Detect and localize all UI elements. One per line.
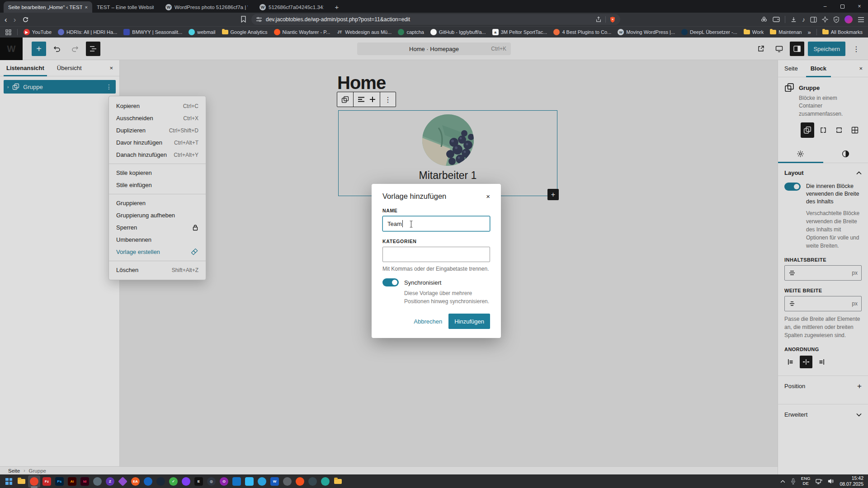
bookmark-favicon: [744, 29, 750, 35]
bookmark-item[interactable]: W Moving WordPress |...: [618, 29, 675, 35]
taskbar-app-icon[interactable]: [231, 475, 243, 488]
bookmark-item[interactable]: captcha: [398, 29, 424, 35]
taskbar-app-icon[interactable]: [3, 475, 15, 488]
bookmark-item[interactable]: webmail: [189, 29, 215, 35]
taskbar-app-icon[interactable]: E: [193, 475, 205, 488]
taskbar-app-icon[interactable]: [91, 475, 104, 488]
bookmark-item[interactable]: Niantic Wayfarer - P...: [274, 29, 330, 35]
url-text[interactable]: dev.jacobtobies.de/wp-admin/post.php?pos…: [266, 16, 592, 23]
app-glyph: [156, 477, 165, 486]
browser-tab[interactable]: W 512686cf7a04245c1.34111813.jpeg (: [255, 1, 331, 13]
bookmark-item[interactable]: HDRIs: All | HDRI Ha...: [58, 29, 117, 35]
app-glyph: [258, 477, 266, 486]
taskbar-app-icon[interactable]: Ps: [53, 475, 66, 488]
taskbar-apps: Fz Ps Ai Id Z: [3, 475, 344, 488]
taskbar-app-icon[interactable]: Z: [104, 475, 116, 488]
share-icon[interactable]: [595, 16, 602, 23]
bookmark-item[interactable]: GitHub - Igglybuff/a...: [430, 29, 486, 35]
bookmark-favicon: [681, 29, 688, 35]
bookmarks-overflow-icon[interactable]: »: [807, 29, 811, 36]
address-bar[interactable]: dev.jacobtobies.de/wp-admin/post.php?pos…: [251, 14, 620, 25]
taskbar-app-icon[interactable]: W: [269, 475, 281, 488]
taskbar-app-icon[interactable]: EA: [129, 475, 142, 488]
taskbar-app-icon[interactable]: [15, 475, 28, 488]
taskbar-app-icon[interactable]: [142, 475, 154, 488]
browser-tab[interactable]: W WordPress photo 512686cf7a | Word: [161, 1, 255, 13]
app-glyph: [283, 477, 292, 486]
forward-icon[interactable]: ›: [14, 16, 16, 23]
menu-icon[interactable]: [858, 17, 864, 23]
bookmark-item[interactable]: 4 Best Plugins to Co...: [553, 29, 611, 35]
profile-avatar[interactable]: [844, 15, 853, 23]
taskbar-app-icon[interactable]: [155, 475, 167, 488]
browser-tab[interactable]: Seite bearbeiten „Home“ ‹ TEST – ×: [4, 1, 92, 13]
reading-list-icon[interactable]: [810, 17, 817, 23]
tray-chevron-icon[interactable]: [780, 480, 785, 483]
bookmark-item[interactable]: Work: [744, 29, 764, 35]
leo-ai-icon[interactable]: [822, 16, 828, 23]
clock[interactable]: 15:42 08.07.2025: [840, 475, 863, 487]
bookmark-item[interactable]: Google Analytics: [222, 29, 268, 35]
media-icon[interactable]: ♪: [802, 16, 805, 23]
cancel-button[interactable]: Abbrechen: [414, 318, 442, 325]
taskbar-app-icon[interactable]: Fz: [41, 475, 53, 488]
bookmark-favicon: a: [492, 29, 499, 35]
taskbar-app-icon[interactable]: [332, 475, 344, 488]
bookmark-item[interactable]: Maintenance: [770, 29, 802, 35]
taskbar-app-icon[interactable]: [243, 475, 255, 488]
bookmark-item[interactable]: JT Webdesign aus Mü...: [336, 29, 392, 35]
taskbar-app-icon[interactable]: O: [218, 475, 230, 488]
microphone-icon[interactable]: [791, 478, 796, 484]
vpn-shield-icon[interactable]: [833, 16, 840, 23]
wallet-icon[interactable]: [773, 16, 780, 23]
taskbar-app-icon[interactable]: [256, 475, 268, 488]
browser-tab-strip: Seite bearbeiten „Home“ ‹ TEST – × TEST …: [0, 0, 868, 13]
synced-toggle-label: Synchronisiert: [404, 279, 441, 286]
close-window-icon[interactable]: ×: [851, 0, 868, 13]
language-indicator[interactable]: ENG DE: [801, 476, 811, 486]
new-tab-button[interactable]: +: [331, 1, 343, 13]
back-icon[interactable]: ‹: [5, 16, 7, 23]
browser-tabs: Seite bearbeiten „Home“ ‹ TEST – × TEST …: [4, 0, 331, 13]
taskbar-app-icon[interactable]: Ai: [66, 475, 78, 488]
categories-input[interactable]: [382, 247, 490, 262]
brave-shield-icon[interactable]: [609, 16, 616, 23]
taskbar-app-icon[interactable]: [294, 475, 306, 488]
apps-grid-icon[interactable]: [5, 29, 11, 35]
bookmark-label: BMWYY | Seasonalit...: [132, 29, 182, 35]
taskbar-app-icon[interactable]: ✓: [167, 475, 179, 488]
bookmark-item[interactable]: BMWYY | Seasonalit...: [123, 29, 182, 35]
browser-tab[interactable]: TEST – Eine tolle Website: [92, 1, 161, 13]
taskbar-app-icon[interactable]: [180, 475, 192, 488]
bookmark-item[interactable]: ▶ YouTube: [24, 29, 52, 35]
taskbar-app-icon[interactable]: [117, 475, 129, 488]
synced-toggle[interactable]: [382, 278, 399, 286]
app-glyph: [30, 477, 38, 486]
app-glyph: E: [194, 477, 203, 486]
downloads-icon[interactable]: [790, 16, 797, 23]
taskbar-app-icon[interactable]: [307, 475, 319, 488]
taskbar-app-icon[interactable]: ◎: [205, 475, 217, 488]
taskbar-app-icon[interactable]: [28, 475, 40, 488]
volume-icon[interactable]: [828, 479, 834, 484]
all-bookmarks-button[interactable]: All Bookmarks: [822, 29, 863, 35]
network-icon[interactable]: [816, 479, 822, 484]
rewards-icon[interactable]: [760, 16, 768, 23]
taskbar-app-icon[interactable]: [319, 475, 331, 488]
tab-close-icon[interactable]: ×: [85, 5, 88, 10]
name-input[interactable]: Team: [382, 216, 490, 231]
reload-icon[interactable]: [22, 16, 29, 23]
close-modal-icon[interactable]: ×: [486, 192, 490, 200]
submit-button[interactable]: Hinzufügen: [448, 314, 490, 329]
app-glyph: [5, 477, 13, 486]
taskbar-app-icon[interactable]: Id: [79, 475, 91, 488]
site-settings-icon[interactable]: [256, 16, 262, 23]
bookmark-item[interactable]: DeepL Übersetzer -...: [681, 29, 737, 35]
bookmark-label: Webdesign aus Mü...: [345, 29, 392, 35]
minimize-icon[interactable]: –: [816, 0, 834, 13]
app-glyph: ◎: [207, 477, 216, 486]
maximize-icon[interactable]: [834, 0, 851, 13]
bookmark-page-icon[interactable]: [241, 16, 246, 23]
bookmark-item[interactable]: a 3M Peltor SportTac...: [492, 29, 547, 35]
taskbar-app-icon[interactable]: [281, 475, 293, 488]
